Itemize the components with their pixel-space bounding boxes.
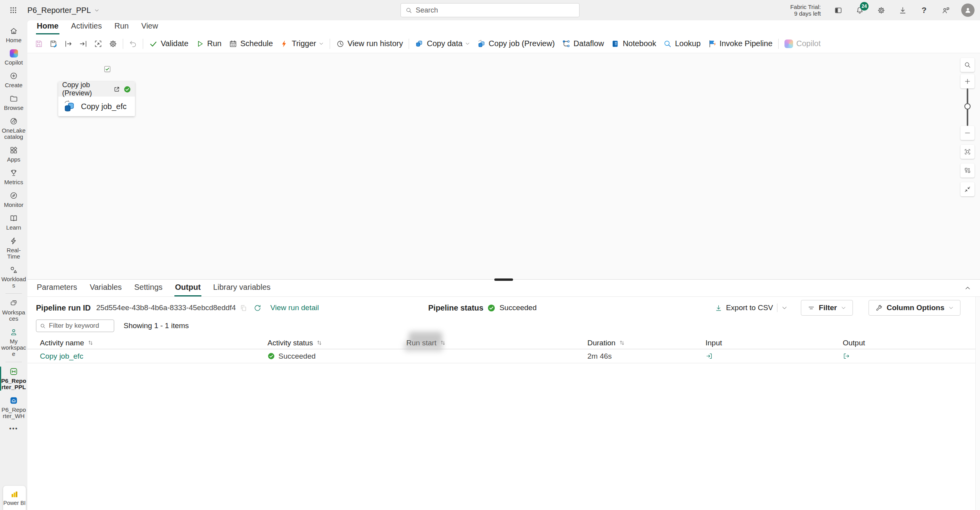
tab-parameters[interactable]: Parameters bbox=[36, 280, 78, 296]
output-icon[interactable] bbox=[843, 352, 850, 360]
tab-activities[interactable]: Activities bbox=[70, 20, 103, 34]
run-button[interactable]: Run bbox=[192, 36, 225, 51]
pipeline-title-menu[interactable]: P6_Reporter_PPL bbox=[27, 6, 99, 15]
sidebar-divider bbox=[5, 362, 22, 362]
pipeline-item-icon bbox=[9, 367, 18, 376]
zoom-out-button[interactable] bbox=[960, 126, 975, 140]
zoom-slider[interactable] bbox=[960, 88, 975, 126]
sidebar-item-workloads[interactable]: Workloads bbox=[0, 262, 27, 291]
sidebar-item-onelake-catalog[interactable]: OneLake catalog bbox=[0, 114, 27, 143]
sidebar-item-real-time[interactable]: Real-Time bbox=[0, 233, 27, 262]
keyword-filter-box[interactable] bbox=[36, 320, 114, 332]
activity-name-link[interactable]: Copy job_efc bbox=[36, 352, 264, 361]
success-check-icon bbox=[267, 352, 275, 360]
column-header-activity-name[interactable]: Activity name bbox=[36, 339, 264, 347]
zoom-to-fit-button[interactable] bbox=[960, 145, 975, 159]
export-arrow-icon bbox=[64, 40, 73, 48]
panel-resize-handle[interactable] bbox=[494, 278, 513, 281]
help-button[interactable]: ? bbox=[918, 4, 930, 16]
chevron-down-icon bbox=[94, 8, 99, 13]
help-icon: ? bbox=[922, 5, 927, 15]
chevron-down-icon[interactable] bbox=[781, 305, 788, 311]
view-run-history-button[interactable]: View run history bbox=[332, 36, 407, 51]
downloads-button[interactable] bbox=[897, 4, 908, 16]
zoom-slider-knob[interactable] bbox=[964, 103, 971, 110]
pipeline-canvas[interactable]: Copy job (Preview) Copy job_efc bbox=[27, 53, 980, 280]
tab-output[interactable]: Output bbox=[174, 280, 202, 296]
refresh-button[interactable] bbox=[253, 304, 262, 312]
save-as-button[interactable] bbox=[46, 36, 61, 51]
sidebar-item-workspaces[interactable]: Workspaces bbox=[0, 296, 27, 325]
sidebar-item-my-workspace[interactable]: My workspace bbox=[0, 325, 27, 360]
collapse-panel-button[interactable] bbox=[964, 284, 971, 292]
copy-data-button[interactable]: Copy data bbox=[411, 36, 473, 51]
tab-settings[interactable]: Settings bbox=[133, 280, 163, 296]
tab-view[interactable]: View bbox=[140, 20, 159, 34]
export-button[interactable] bbox=[61, 36, 76, 51]
sidebar-item-home[interactable]: Home bbox=[0, 23, 27, 46]
side-panel-toggle-button[interactable] bbox=[832, 4, 844, 16]
pipeline-settings-button[interactable] bbox=[106, 36, 120, 51]
download-icon bbox=[899, 6, 907, 14]
account-avatar[interactable] bbox=[961, 4, 975, 17]
sidebar-item-browse[interactable]: Browse bbox=[0, 91, 27, 114]
sidebar-item-apps[interactable]: Apps bbox=[0, 143, 27, 165]
sidebar-item-monitor[interactable]: Monitor bbox=[0, 188, 27, 211]
activity-status-checkbox[interactable] bbox=[104, 66, 110, 72]
activity-card-copy-job[interactable]: Copy job (Preview) Copy job_efc bbox=[58, 82, 135, 116]
tab-run[interactable]: Run bbox=[113, 20, 129, 34]
export-template-button[interactable] bbox=[91, 36, 106, 51]
trigger-button[interactable]: Trigger bbox=[276, 36, 327, 51]
column-header-activity-status[interactable]: Activity status bbox=[264, 339, 402, 347]
lookup-button[interactable]: Lookup bbox=[660, 36, 704, 51]
showing-items-label: Showing 1 - 1 items bbox=[124, 321, 189, 330]
sidebar-item-learn[interactable]: Learn bbox=[0, 211, 27, 233]
output-panel: Parameters Variables Settings Output Lib… bbox=[27, 280, 980, 510]
app-launcher-button[interactable] bbox=[5, 2, 22, 19]
copy-run-id-button[interactable] bbox=[240, 304, 247, 312]
import-button[interactable] bbox=[76, 36, 91, 51]
view-run-detail-link[interactable]: View run detail bbox=[270, 303, 319, 312]
column-options-button[interactable]: Column Options bbox=[869, 300, 960, 316]
collapse-canvas-button[interactable] bbox=[960, 182, 975, 196]
auto-align-button[interactable] bbox=[960, 163, 975, 178]
column-header-duration[interactable]: Duration bbox=[583, 339, 702, 347]
run-id-label: Pipeline run ID bbox=[36, 303, 91, 312]
global-search[interactable] bbox=[400, 3, 580, 17]
sidebar-item-power-bi[interactable]: Power BI bbox=[3, 486, 26, 510]
invoke-pipeline-button[interactable]: Invoke Pipeline bbox=[704, 36, 776, 51]
export-to-csv-button[interactable]: Export to CSV bbox=[715, 303, 773, 312]
copilot-button[interactable]: Copilot bbox=[781, 36, 824, 51]
sidebar-item-metrics[interactable]: Metrics bbox=[0, 165, 27, 188]
notebook-button[interactable]: Notebook bbox=[607, 36, 660, 51]
sidebar-item-p6-reporter-ppl[interactable]: P6_Reporter_PPL bbox=[0, 364, 27, 393]
copy-job-button[interactable]: Copy job (Preview) bbox=[474, 36, 558, 51]
validate-button[interactable]: Validate bbox=[145, 36, 192, 51]
activity-status-cell: Succeeded bbox=[264, 352, 402, 361]
tab-home[interactable]: Home bbox=[36, 20, 59, 34]
feedback-button[interactable] bbox=[940, 4, 951, 16]
search-input[interactable] bbox=[416, 6, 574, 14]
panel-scrollbar[interactable] bbox=[975, 297, 980, 510]
open-in-new-icon[interactable] bbox=[113, 86, 120, 93]
save-button[interactable] bbox=[31, 36, 46, 51]
undo-button[interactable] bbox=[126, 36, 140, 51]
folder-icon bbox=[9, 94, 18, 103]
schedule-button[interactable]: Schedule bbox=[225, 36, 276, 51]
sidebar-item-p6-reporter-wh[interactable]: P6_Reporter_WH bbox=[0, 393, 27, 422]
keyword-filter-input[interactable] bbox=[49, 322, 110, 330]
filter-button[interactable]: Filter bbox=[801, 300, 853, 316]
input-icon[interactable] bbox=[705, 352, 713, 360]
play-icon bbox=[196, 40, 204, 48]
tab-variables[interactable]: Variables bbox=[89, 280, 122, 296]
dataflow-button[interactable]: Dataflow bbox=[558, 36, 608, 51]
tab-library-variables[interactable]: Library variables bbox=[212, 280, 271, 296]
canvas-search-button[interactable] bbox=[960, 58, 975, 72]
sidebar-more-button[interactable]: ••• bbox=[0, 422, 27, 435]
notifications-button[interactable]: 24 bbox=[854, 4, 865, 16]
main-content: Home Activities Run View bbox=[27, 20, 980, 510]
sidebar-item-create[interactable]: Create bbox=[0, 68, 27, 91]
zoom-in-button[interactable] bbox=[960, 74, 975, 88]
sidebar-item-copilot[interactable]: Copilot bbox=[0, 46, 27, 68]
settings-button[interactable] bbox=[875, 4, 887, 16]
